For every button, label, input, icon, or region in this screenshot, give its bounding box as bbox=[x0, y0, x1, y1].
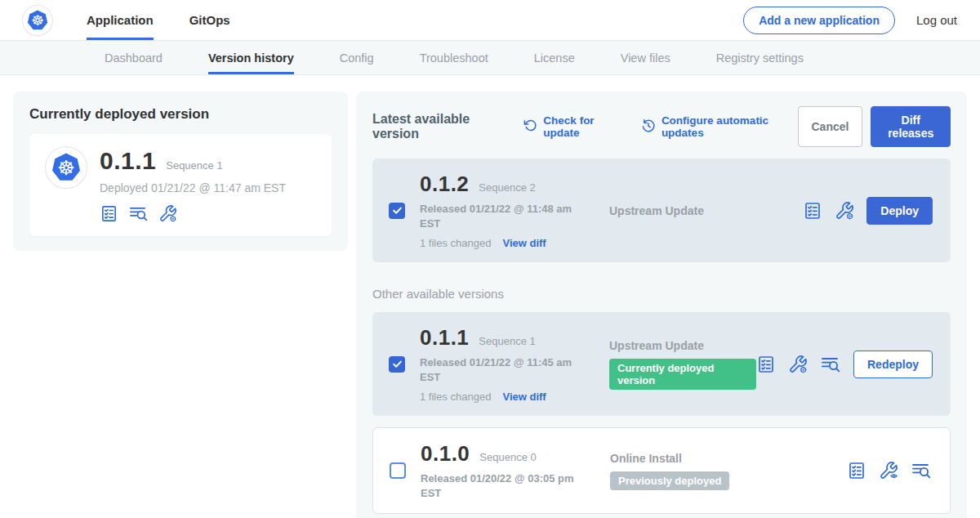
configure-automatic-updates-link[interactable]: Configure automatic updates bbox=[641, 114, 798, 139]
check-for-update-link[interactable]: Check for update bbox=[523, 114, 623, 139]
version-checkbox[interactable] bbox=[389, 356, 405, 373]
svg-text:☸: ☸ bbox=[57, 156, 75, 180]
deploy-button[interactable]: Deploy bbox=[866, 197, 933, 225]
preflight-checklist-icon[interactable] bbox=[847, 461, 866, 480]
tab-registry-settings[interactable]: Registry settings bbox=[716, 41, 804, 74]
redeploy-button[interactable]: Redeploy bbox=[853, 351, 933, 378]
config-wrench-gear-icon[interactable] bbox=[835, 201, 854, 221]
version-source: Upstream Update bbox=[609, 204, 803, 217]
app-tabs: Application GitOps bbox=[87, 0, 230, 40]
version-checkbox[interactable] bbox=[389, 203, 405, 219]
version-row-0-1-0: 0.1.0 Sequence 0 Released 01/20/22 @ 03:… bbox=[372, 427, 951, 514]
preflight-checklist-icon[interactable] bbox=[756, 355, 776, 374]
kubernetes-logo: ☸ bbox=[23, 6, 52, 35]
preflight-checklist-icon[interactable] bbox=[803, 201, 822, 221]
version-number: 0.1.2 bbox=[420, 172, 469, 197]
view-diff-link[interactable]: View diff bbox=[502, 391, 546, 403]
version-sequence: Sequence 1 bbox=[479, 335, 535, 347]
previously-deployed-badge: Previously deployed bbox=[610, 471, 729, 490]
app-logo: ☸ bbox=[46, 147, 87, 188]
top-navigation: ☸ Application GitOps Add a new applicati… bbox=[0, 0, 980, 41]
deployed-timestamp: Deployed 01/21/22 @ 11:47 am EST bbox=[100, 181, 286, 194]
svg-text:☸: ☸ bbox=[31, 12, 44, 29]
other-versions-title: Other available versions bbox=[372, 287, 951, 301]
view-diff-link[interactable]: View diff bbox=[502, 237, 546, 249]
view-files-search-icon[interactable] bbox=[128, 204, 149, 223]
config-wrench-gear-icon[interactable] bbox=[158, 204, 177, 223]
version-source: Online Install bbox=[610, 452, 847, 465]
tab-troubleshoot[interactable]: Troubleshoot bbox=[420, 41, 488, 74]
available-versions-panel: Latest available version Check for updat… bbox=[356, 92, 967, 518]
files-changed: 1 files changed bbox=[420, 391, 491, 403]
version-source: Upstream Update bbox=[609, 339, 756, 352]
released-timestamp: Released 01/21/22 @ 11:48 am EST bbox=[420, 202, 595, 230]
tab-view-files[interactable]: View files bbox=[621, 41, 670, 74]
tab-version-history[interactable]: Version history bbox=[208, 41, 294, 74]
currently-deployed-badge: Currently deployed version bbox=[609, 359, 756, 390]
view-files-search-icon[interactable] bbox=[911, 461, 932, 480]
tab-application[interactable]: Application bbox=[87, 0, 154, 40]
add-new-application-button[interactable]: Add a new application bbox=[743, 7, 895, 34]
version-row-0-1-2: 0.1.2 Sequence 2 Released 01/21/22 @ 11:… bbox=[372, 159, 951, 262]
latest-available-title: Latest available version bbox=[372, 112, 506, 141]
logout-button[interactable]: Log out bbox=[916, 13, 957, 27]
preflight-checklist-icon[interactable] bbox=[100, 204, 118, 223]
currently-deployed-panel: Currently deployed version ☸ 0.1.1 Seque… bbox=[13, 92, 348, 251]
version-number: 0.1.0 bbox=[421, 441, 470, 467]
tab-license[interactable]: License bbox=[534, 41, 575, 74]
section-navigation: Dashboard Version history Config Trouble… bbox=[0, 41, 980, 75]
files-changed: 1 files changed bbox=[420, 237, 491, 249]
tab-gitops[interactable]: GitOps bbox=[189, 0, 230, 40]
view-files-search-icon[interactable] bbox=[820, 355, 841, 374]
tab-config[interactable]: Config bbox=[340, 41, 374, 74]
deployed-version-card: ☸ 0.1.1 Sequence 1 Deployed 01/21/22 @ 1… bbox=[29, 134, 332, 236]
currently-deployed-title: Currently deployed version bbox=[29, 106, 332, 123]
version-number: 0.1.1 bbox=[420, 325, 469, 351]
version-row-0-1-1: 0.1.1 Sequence 1 Released 01/21/22 @ 11:… bbox=[372, 312, 951, 416]
tab-dashboard[interactable]: Dashboard bbox=[105, 41, 163, 74]
refresh-icon bbox=[523, 118, 537, 135]
deployed-version-number: 0.1.1 bbox=[100, 147, 156, 175]
released-timestamp: Released 01/21/22 @ 11:45 am EST bbox=[420, 355, 595, 384]
deployed-sequence: Sequence 1 bbox=[166, 159, 222, 172]
version-checkbox[interactable] bbox=[390, 462, 406, 479]
config-wrench-gear-icon[interactable] bbox=[788, 355, 808, 374]
config-wrench-eye-icon[interactable] bbox=[879, 461, 898, 480]
version-sequence: Sequence 0 bbox=[479, 451, 536, 463]
cancel-button[interactable]: Cancel bbox=[798, 106, 863, 147]
version-sequence: Sequence 2 bbox=[479, 181, 535, 194]
clock-refresh-icon bbox=[641, 118, 656, 136]
released-timestamp: Released 01/20/22 @ 03:05 pm EST bbox=[421, 471, 596, 500]
diff-releases-button[interactable]: Diff releases bbox=[871, 106, 951, 147]
